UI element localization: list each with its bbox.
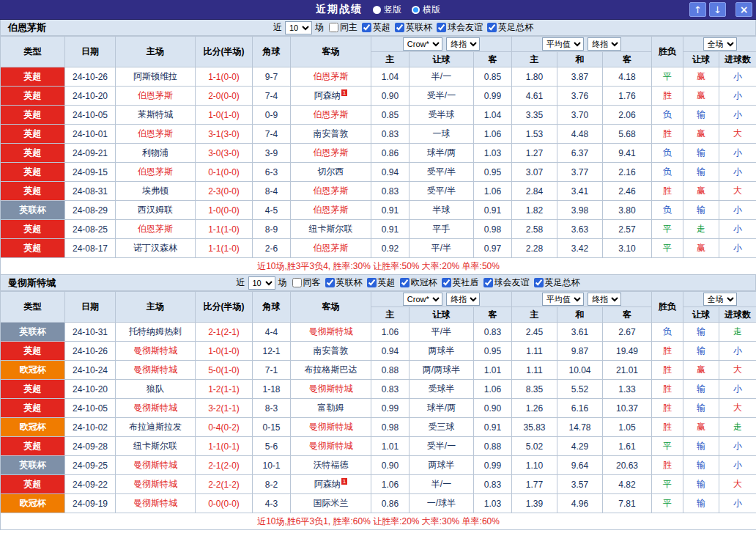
away-team[interactable]: 沃特福德 (291, 456, 371, 475)
home-team[interactable]: 伯恩茅斯 (116, 125, 196, 144)
full-scope-select[interactable]: 全场 (703, 37, 737, 51)
home-team[interactable]: 曼彻斯特城 (116, 361, 196, 380)
checkbox-input[interactable] (325, 278, 335, 287)
league-filter-checkbox[interactable]: 英社盾 (442, 276, 479, 289)
home-team[interactable]: 曼彻斯特城 (116, 475, 196, 494)
checkbox-input[interactable] (483, 278, 493, 287)
score: 5-0(1-0) (196, 361, 253, 380)
home-team[interactable]: 西汉姆联 (116, 201, 196, 220)
match-count-select[interactable]: 10 (285, 21, 312, 34)
handicap-home-odds: 0.85 (371, 106, 410, 125)
checkbox-input[interactable] (487, 23, 497, 32)
home-team[interactable]: 伯恩茅斯 (116, 87, 196, 106)
radio-label: 横版 (423, 4, 440, 16)
same-venue-checkbox[interactable]: 同主 (329, 21, 357, 34)
league-filter-checkbox[interactable]: 英超 (362, 21, 390, 34)
away-team[interactable]: 伯恩茅斯 (291, 182, 371, 201)
checkbox-input[interactable] (437, 23, 446, 32)
home-team[interactable]: 曼彻斯特城 (116, 399, 196, 418)
europe-home-odds: 3.07 (512, 163, 557, 182)
home-team[interactable]: 曼彻斯特城 (116, 494, 196, 513)
home-team[interactable]: 埃弗顿 (116, 182, 196, 201)
league-filter-checkbox[interactable]: 英联杯 (325, 276, 363, 289)
away-team[interactable]: 伯恩茅斯 (291, 144, 371, 163)
goals-result: 小 (719, 342, 756, 361)
checkbox-input[interactable] (400, 278, 410, 287)
league-filter-checkbox[interactable]: 英足总杯 (487, 21, 533, 34)
away-team[interactable]: 伯恩茅斯 (291, 239, 371, 258)
league-filter-checkbox[interactable]: 英足总杯 (534, 276, 580, 289)
europe-draw-odds: 3.77 (557, 163, 603, 182)
handicap-time-select[interactable]: 终指 (446, 293, 480, 306)
handicap-time-select[interactable]: 终指 (446, 37, 480, 51)
away-team[interactable]: 纽卡斯尔联 (291, 220, 371, 239)
home-team[interactable]: 纽卡斯尔联 (116, 437, 196, 456)
handicap-company-select[interactable]: Crow* (403, 293, 442, 306)
handicap-line: 球半/两 (410, 399, 474, 418)
home-team[interactable]: 曼彻斯特城 (116, 456, 196, 475)
europe-time-select[interactable]: 终指 (588, 293, 621, 306)
match-row: 英超24-10-20伯恩茅斯2-0(0-0)7-4阿森纳10.90受半/一0.9… (1, 87, 756, 106)
league-filter-checkbox[interactable]: 球会友谊 (483, 276, 530, 289)
scroll-down-button[interactable]: ↓ (709, 2, 726, 17)
home-team[interactable]: 利物浦 (116, 144, 196, 163)
europe-company-select[interactable]: 平均值 (542, 293, 584, 306)
home-team[interactable]: 布拉迪斯拉发 (116, 418, 196, 437)
checkbox-input[interactable] (442, 278, 451, 287)
away-team[interactable]: 布拉格斯巴达 (291, 361, 371, 380)
away-team[interactable]: 富勒姆 (291, 399, 371, 418)
away-team[interactable]: 曼彻斯特城 (291, 418, 371, 437)
checkbox-input[interactable] (292, 278, 302, 287)
europe-away-odds: 9.41 (603, 144, 652, 163)
away-team[interactable]: 国际米兰 (291, 494, 371, 513)
handicap-line: 平/半 (410, 323, 474, 342)
goals-result: 小 (719, 494, 756, 513)
away-team[interactable]: 南安普敦 (291, 125, 371, 144)
checkbox-input[interactable] (367, 278, 377, 287)
home-team[interactable]: 诺丁汉森林 (116, 239, 196, 258)
away-team[interactable]: 阿森纳1 (291, 87, 371, 106)
handicap-result: 输 (683, 380, 719, 399)
europe-home-odds: 1.80 (512, 67, 557, 87)
europe-draw-odds: 3.63 (557, 220, 603, 239)
away-team[interactable]: 曼彻斯特城 (291, 380, 371, 399)
europe-company-select[interactable]: 平均值 (542, 37, 584, 51)
away-team[interactable]: 切尔西 (291, 163, 371, 182)
close-button[interactable]: × (735, 2, 752, 17)
home-team[interactable]: 曼彻斯特城 (116, 342, 196, 361)
home-team[interactable]: 伯恩茅斯 (116, 163, 196, 182)
checkbox-input[interactable] (534, 278, 544, 287)
home-team[interactable]: 狼队 (116, 380, 196, 399)
checkbox-input[interactable] (329, 23, 338, 32)
home-team[interactable]: 托特纳姆热刺 (116, 323, 196, 342)
europe-draw-odds: 4.29 (557, 437, 603, 456)
europe-time-select[interactable]: 终指 (588, 37, 621, 51)
layout-radio-horizontal[interactable]: 横版 (412, 4, 440, 16)
away-team[interactable]: 南安普敦 (291, 342, 371, 361)
red-card-badge: 1 (341, 478, 347, 485)
league-filter-checkbox[interactable]: 球会友谊 (437, 21, 483, 34)
layout-radio-vertical[interactable]: 竖版 (373, 4, 401, 16)
away-team[interactable]: 阿森纳1 (291, 475, 371, 494)
home-team[interactable]: 阿斯顿维拉 (116, 67, 196, 87)
handicap-company-select[interactable]: Crow* (403, 37, 442, 51)
away-team[interactable]: 伯恩茅斯 (291, 106, 371, 125)
same-venue-checkbox[interactable]: 同客 (292, 276, 321, 289)
match-date: 24-10-26 (65, 67, 116, 87)
europe-home-odds: 4.61 (512, 87, 557, 106)
checkbox-input[interactable] (395, 23, 404, 32)
league-filter-checkbox[interactable]: 英联杯 (395, 21, 432, 34)
handicap-result: 输 (683, 201, 719, 220)
checkbox-input[interactable] (362, 23, 371, 32)
scroll-up-button[interactable]: ↑ (689, 2, 706, 17)
away-team[interactable]: 曼彻斯特城 (291, 323, 371, 342)
home-team[interactable]: 莱斯特城 (116, 106, 196, 125)
league-filter-checkbox[interactable]: 英超 (367, 276, 396, 289)
home-team[interactable]: 伯恩茅斯 (116, 220, 196, 239)
full-scope-select[interactable]: 全场 (703, 293, 737, 306)
league-filter-checkbox[interactable]: 欧冠杯 (400, 276, 437, 289)
match-count-select[interactable]: 10 (248, 276, 275, 290)
away-team[interactable]: 曼彻斯特城 (291, 437, 371, 456)
away-team[interactable]: 伯恩茅斯 (291, 201, 371, 220)
away-team[interactable]: 伯恩茅斯 (291, 67, 371, 87)
